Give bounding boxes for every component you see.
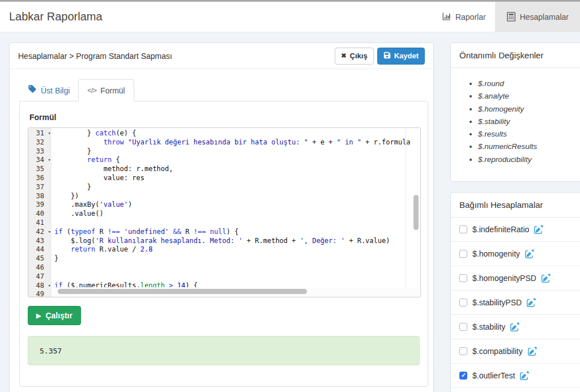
code-line[interactable]: .maxBy('value') (54, 201, 420, 210)
dependent-calculations-list: $.indefiniteRatio$.homogenity$.homogenit… (451, 218, 580, 388)
code-token: .value() (54, 210, 104, 218)
dependent-label: $.stabilityPSD (472, 298, 522, 307)
variable-list-item: $.homogenity (478, 103, 580, 116)
right-sidebar: Öntanımlı Değişkenler $.round$.analyte$.… (450, 42, 580, 392)
result-output: 5.357 (28, 336, 420, 365)
code-line[interactable]: } (54, 183, 420, 192)
code-token (169, 228, 173, 236)
gutter-line-number[interactable]: 38 (28, 192, 52, 201)
gutter-line-number[interactable]: 47 (28, 272, 52, 282)
code-token: + r.formula (361, 138, 411, 146)
edit-icon[interactable] (527, 298, 536, 307)
dependent-checkbox[interactable] (459, 299, 467, 306)
dependent-label: $.stability (472, 322, 505, 331)
gutter-line-number[interactable]: 34▾ (28, 156, 52, 165)
play-icon: ▶ (36, 312, 41, 319)
code-line[interactable]: } (54, 147, 420, 156)
tab-label: Formül (100, 80, 125, 101)
code-token: typeof (71, 228, 95, 236)
code-line[interactable]: } catch(e) { (54, 129, 420, 138)
code-token: 2.8 (140, 245, 153, 253)
gutter-line-number[interactable]: 37 (28, 183, 52, 192)
variable-list-item: $.stability (478, 116, 580, 128)
dependent-calculation-row: $.stabilityPSD (451, 291, 580, 315)
dependent-checkbox[interactable] (459, 225, 467, 233)
fold-arrow-icon[interactable]: ▾ (48, 228, 51, 237)
run-button-label: Çalıştır (45, 311, 72, 320)
print-margin-line (406, 128, 406, 297)
gutter-line-number[interactable]: 45 (28, 254, 52, 263)
code-line[interactable]: if (typeof R !== 'undefined' && R !== nu… (54, 228, 420, 237)
gutter-line-number[interactable]: 36 (28, 174, 52, 183)
dependent-checkbox[interactable] (459, 347, 467, 355)
run-button[interactable]: ▶ Çalıştır (28, 306, 81, 325)
gutter-line-number[interactable]: 41 (28, 219, 52, 228)
dependent-label: $.homogenity (472, 249, 520, 258)
edit-icon[interactable] (528, 347, 537, 356)
dependent-checkbox[interactable] (459, 323, 467, 331)
navbar-menu: Raporlar Hesaplamalar (433, 2, 580, 32)
header-buttons: ✖ Çıkış Kaydet (335, 48, 425, 65)
code-line[interactable]: throw "Uyarlık değeri hesabında bir hata… (54, 138, 420, 147)
edit-icon[interactable] (520, 371, 529, 380)
code-token: 'R kullanılarak hesaplandı. Metod: ' (95, 237, 242, 245)
dependent-checkbox[interactable] (459, 274, 467, 282)
editor-vertical-scrollbar[interactable] (413, 195, 419, 230)
gutter-line-number[interactable]: 46 (28, 263, 52, 272)
code-line[interactable]: return R.value / 2.8 (54, 245, 420, 254)
code-token: $.log( (54, 237, 95, 245)
code-line[interactable] (54, 263, 420, 272)
gutter-line-number[interactable]: 43 (28, 237, 52, 246)
fold-arrow-icon[interactable]: ▾ (48, 129, 51, 138)
code-token: ( (62, 228, 70, 236)
gutter-line-number[interactable]: 32 (28, 138, 52, 147)
code-line[interactable]: value: res (54, 174, 420, 183)
code-token (120, 228, 124, 236)
exit-button-label: Çıkış (350, 52, 368, 60)
code-token: 'undefined' (124, 228, 169, 236)
tab-ust-bilgi[interactable]: Üst Bilgi (19, 79, 78, 101)
code-line[interactable]: method: r.method, (54, 165, 420, 174)
code-line[interactable]: return { (54, 156, 420, 165)
gutter-line-number[interactable]: 44 (28, 245, 52, 254)
code-token: && (173, 228, 181, 236)
gutter-line-number[interactable]: 39 (28, 201, 52, 210)
gutter-line-number[interactable]: 49 (28, 290, 52, 297)
code-token: return (87, 156, 112, 164)
gutter-line-number[interactable]: 40 (28, 210, 52, 219)
tab-formul[interactable]: </> Formül (78, 79, 134, 101)
code-line[interactable]: } (54, 254, 420, 263)
exit-button[interactable]: ✖ Çıkış (335, 48, 373, 65)
nav-item-raporlar[interactable]: Raporlar (433, 2, 495, 32)
edit-icon[interactable] (534, 225, 543, 234)
gutter-line-number[interactable]: 33 (28, 147, 52, 156)
save-button[interactable]: Kaydet (377, 48, 425, 65)
gutter-line-number[interactable]: 42▾ (28, 228, 52, 237)
edit-icon[interactable] (541, 274, 551, 283)
code-line[interactable]: }) (54, 192, 420, 201)
dependent-checkbox[interactable] (459, 250, 467, 258)
editor-horizontal-scrollbar[interactable] (58, 289, 307, 294)
code-line[interactable]: .value() (54, 210, 420, 219)
gutter-line-number[interactable]: 48▾ (28, 282, 52, 291)
code-token: return (71, 245, 95, 253)
nav-item-hesaplamalar[interactable]: Hesaplamalar (495, 2, 580, 32)
code-editor[interactable]: 31▾323334▾3536373839404142▾434445464748▾… (28, 127, 421, 297)
fold-arrow-icon[interactable]: ▾ (48, 156, 51, 165)
fold-arrow-icon[interactable]: ▾ (48, 282, 51, 291)
gutter-line-number[interactable]: 35 (28, 165, 52, 174)
dependent-checkbox[interactable] (459, 372, 467, 380)
gutter-line-number[interactable]: 31▾ (28, 129, 52, 138)
code-line[interactable] (54, 272, 420, 282)
edit-icon[interactable] (510, 322, 519, 331)
card-header: Hesaplamalar > Program Standart Sapması … (10, 43, 433, 69)
code-token: method: r.method, (54, 165, 173, 173)
calculator-icon (506, 12, 516, 22)
editor-code[interactable]: } catch(e) { throw "Uyarlık değeri hesab… (52, 128, 420, 297)
code-line[interactable] (54, 219, 420, 228)
editor-horizontal-scrollbar-track[interactable] (52, 287, 420, 296)
edit-icon[interactable] (525, 249, 534, 258)
code-token: + R.value) (345, 237, 390, 245)
code-token: .maxBy( (54, 201, 99, 208)
code-line[interactable]: $.log('R kullanılarak hesaplandı. Metod:… (54, 237, 420, 246)
